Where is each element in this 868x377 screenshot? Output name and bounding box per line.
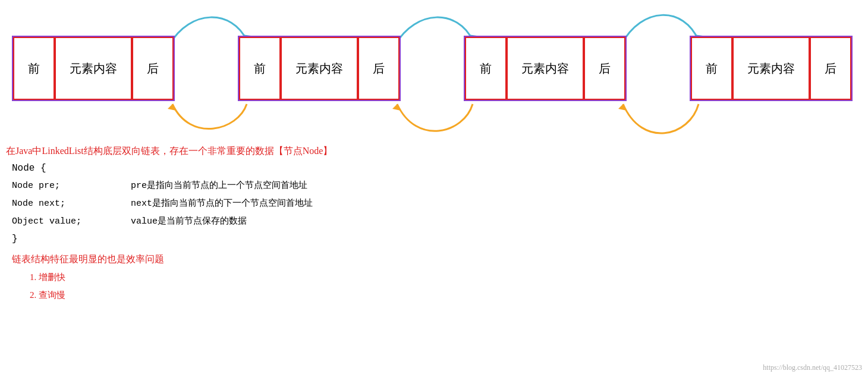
intro-text: 在Java中LinkedList结构底层双向链表，存在一个非常重要的数据【节点N…: [6, 143, 862, 160]
node-2-prev: 前: [239, 37, 281, 100]
node-1-outer: 前 元素内容 后: [12, 36, 175, 101]
watermark: https://blog.csdn.net/qq_41027523: [763, 363, 862, 372]
node-1-next: 后: [132, 37, 174, 100]
code-block: Node { Node pre; pre是指向当前节点的上一个节点空间首地址 N…: [12, 160, 862, 248]
node-pre-code: Node pre;: [12, 177, 131, 195]
text-section: 在Java中LinkedList结构底层双向链表，存在一个非常重要的数据【节点N…: [0, 137, 868, 304]
node-2-outer: 前 元素内容 后: [238, 36, 401, 101]
node-4-outer: 前 元素内容 后: [690, 36, 853, 101]
node-2: 前 元素内容 后: [238, 36, 401, 101]
node-4-next: 后: [810, 37, 851, 100]
node-3: 前 元素内容 后: [464, 36, 627, 101]
list-section: 链表结构特征最明显的也是效率问题 1. 增删快 2. 查询慢: [6, 253, 862, 304]
node-2-content: 元素内容: [281, 37, 358, 100]
svg-marker-4: [392, 104, 401, 111]
node-3-prev: 前: [465, 37, 507, 100]
node-4: 前 元素内容 后: [690, 36, 853, 101]
list-item-1: 1. 增删快: [30, 268, 862, 286]
node-value-line: Object value; value是当前节点保存的数据: [12, 213, 862, 231]
node-1: 前 元素内容 后: [12, 36, 175, 101]
node-2-next: 后: [358, 37, 400, 100]
node-3-outer: 前 元素内容 后: [464, 36, 627, 101]
node-pre-line: Node pre; pre是指向当前节点的上一个节点空间首地址: [12, 177, 862, 195]
diagram-area: 前 元素内容 后 前 元素内容 后 前: [0, 0, 868, 137]
node-next-desc: next是指向当前节点的下一个节点空间首地址: [131, 195, 313, 213]
node-open: Node {: [12, 160, 862, 177]
node-1-content: 元素内容: [55, 37, 132, 100]
node-pre-desc: pre是指向当前节点的上一个节点空间首地址: [131, 177, 307, 195]
node-next-code: Node next;: [12, 195, 131, 213]
node-1-prev: 前: [13, 37, 55, 100]
node-3-next: 后: [584, 37, 625, 100]
node-next-line: Node next; next是指向当前节点的下一个节点空间首地址: [12, 195, 862, 213]
node-4-prev: 前: [691, 37, 732, 100]
node-value-code: Object value;: [12, 213, 131, 231]
node-value-desc: value是当前节点保存的数据: [131, 213, 247, 231]
list-item-2: 2. 查询慢: [30, 286, 862, 304]
svg-marker-5: [618, 104, 627, 111]
svg-marker-3: [168, 104, 176, 111]
node-close: }: [12, 231, 862, 248]
node-3-content: 元素内容: [507, 37, 584, 100]
node-4-content: 元素内容: [732, 37, 810, 100]
list-title: 链表结构特征最明显的也是效率问题: [12, 253, 862, 266]
